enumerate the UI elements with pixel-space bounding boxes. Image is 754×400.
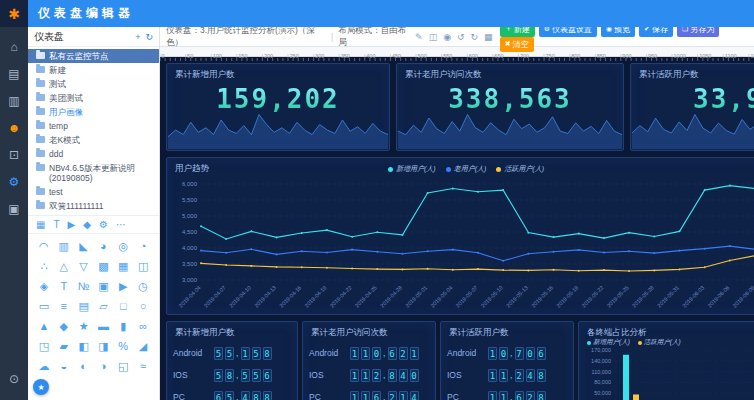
dashboard-canvas[interactable]: 累计新增用户数 159,202 累计老用户访问次数 338,563 累计活跃用户…: [160, 57, 754, 400]
map-icon[interactable]: ◈: [34, 280, 54, 293]
button-icon[interactable]: ▮: [113, 320, 133, 333]
media-tab-icon[interactable]: ▶: [68, 219, 76, 230]
number-widget-icon[interactable]: №: [74, 280, 94, 293]
legend-item-active-users[interactable]: 活跃用户(人): [638, 338, 681, 347]
border-icon[interactable]: ◨: [94, 340, 114, 353]
ring-icon[interactable]: ◐: [74, 360, 94, 373]
datasource-icon[interactable]: ▥: [0, 87, 28, 114]
grid-icon[interactable]: ▦: [484, 32, 493, 42]
tree-item-8[interactable]: NBv4.6.5版本更新说明 (20190805): [28, 161, 159, 185]
tree-item-2[interactable]: 测试: [28, 77, 159, 91]
gauge-icon[interactable]: ◔: [133, 240, 153, 253]
wordcloud-icon[interactable]: ☁: [34, 360, 54, 373]
pie-chart-icon[interactable]: ◕: [94, 240, 114, 253]
pencil-icon[interactable]: ✎: [415, 32, 423, 42]
users-icon[interactable]: ☻: [0, 114, 28, 141]
clear-button[interactable]: ✖清空: [500, 37, 534, 52]
star-icon[interactable]: ★: [74, 320, 94, 333]
legend-item-old-users[interactable]: 老用户(人): [446, 164, 487, 174]
text-widget-icon[interactable]: T: [54, 280, 74, 293]
clock-widget-icon[interactable]: ◷: [133, 280, 153, 293]
list-icon[interactable]: ≡: [54, 300, 74, 313]
marquee-icon[interactable]: ▰: [54, 340, 74, 353]
radar-chart-icon[interactable]: △: [54, 260, 74, 273]
digit-comma: ,: [236, 348, 239, 358]
trend-chart-card[interactable]: 用户趋势 新增用户(人) 老用户(人) 活跃用户(人) 3,0003,5004,…: [166, 157, 754, 315]
tree-item-6[interactable]: 老K模式: [28, 133, 159, 147]
power-icon[interactable]: ⊙: [0, 365, 28, 392]
triangle-icon[interactable]: ▲: [34, 320, 54, 333]
label-icon[interactable]: ▬: [94, 320, 114, 333]
scatter-chart-icon[interactable]: ∴: [34, 260, 54, 273]
refresh-icon[interactable]: ↻: [145, 32, 153, 42]
legend-item-new-users[interactable]: 新增用户(人): [388, 164, 436, 174]
shapes-tab-icon[interactable]: ◆: [83, 219, 91, 230]
file-icon[interactable]: ▣: [0, 195, 28, 222]
sankey-icon[interactable]: ≈: [133, 360, 153, 373]
tree-item-7[interactable]: ddd: [28, 147, 159, 161]
folder-icon: [36, 52, 45, 59]
board-card-old-visits[interactable]: 累计老用户访问次数 Android110,621IOS112,840PC116,…: [302, 321, 436, 400]
message-fab[interactable]: ★: [33, 379, 49, 395]
tree-item-4[interactable]: 用户画像: [28, 105, 159, 119]
kpi-card-old-visits[interactable]: 累计老用户访问次数 338,563: [396, 63, 624, 151]
polar-icon[interactable]: ◑: [94, 360, 114, 373]
undo-icon[interactable]: ↺: [457, 32, 465, 42]
tree-item-10[interactable]: 双簧111111111: [28, 199, 159, 213]
liquid-icon[interactable]: ◒: [54, 360, 74, 373]
funnel-chart-icon[interactable]: ▽: [74, 260, 94, 273]
terminal-share-card[interactable]: 各终端占比分析 新增用户(人) 活跃用户(人) 170,000140,00011…: [578, 321, 754, 400]
donut-chart-icon[interactable]: ◎: [113, 240, 133, 253]
kpi-card-new-users[interactable]: 累计新增用户数 159,202: [166, 63, 390, 151]
video-widget-icon[interactable]: ▶: [113, 280, 133, 293]
redo-icon[interactable]: ↻: [471, 32, 479, 42]
heatmap-icon[interactable]: ▩: [94, 260, 114, 273]
legend-label: 活跃用户(人): [504, 164, 544, 174]
home-icon[interactable]: ⌂: [0, 33, 28, 60]
preview-eye-icon[interactable]: ◉: [443, 32, 451, 42]
tree-item-5[interactable]: temp: [28, 119, 159, 133]
percent-icon[interactable]: %: [113, 340, 133, 353]
table-icon[interactable]: ▦: [113, 260, 133, 273]
rectangle-icon[interactable]: □: [113, 300, 133, 313]
legend-item-new-users[interactable]: 新增用户(人): [587, 338, 630, 347]
board-card-new-users[interactable]: 累计新增用户数 Android55,158IOS58,556PC65,488: [166, 321, 298, 400]
charts-tab-icon[interactable]: ▦: [36, 219, 45, 230]
logo-flame-icon: ✱: [8, 6, 20, 22]
trend-icon[interactable]: ◢: [133, 340, 153, 353]
kpi-card-active-users[interactable]: 累计活跃用户数 33,963: [630, 63, 754, 151]
reports-icon[interactable]: ▤: [0, 60, 28, 87]
carousel-icon[interactable]: ▱: [94, 300, 114, 313]
controls-tab-icon[interactable]: ⚙: [99, 219, 108, 230]
digit-tile: 5: [252, 369, 261, 382]
more-tab-icon[interactable]: ⋯: [116, 219, 126, 230]
tabs-icon[interactable]: ▤: [74, 300, 94, 313]
svg-text:850: 850: [597, 53, 606, 59]
board-card-active-users[interactable]: 累计活跃用户数 Android10,706IOS11,248PC11,628: [440, 321, 574, 400]
area-chart-icon[interactable]: ◣: [74, 240, 94, 253]
decoration-icon[interactable]: ◧: [74, 340, 94, 353]
iframe-icon[interactable]: ◳: [34, 340, 54, 353]
text-tab-icon[interactable]: T: [53, 219, 59, 230]
add-dashboard-icon[interactable]: +: [135, 32, 140, 42]
circle-icon[interactable]: ○: [133, 300, 153, 313]
settings-icon[interactable]: ⚙: [0, 168, 28, 195]
progress-icon[interactable]: ▭: [34, 300, 54, 313]
ruler-icon[interactable]: ◫: [429, 32, 438, 42]
link-icon[interactable]: ∞: [133, 320, 153, 333]
line-chart-icon[interactable]: ◠: [34, 240, 54, 253]
diamond-icon[interactable]: ◆: [54, 320, 74, 333]
candlestick-icon[interactable]: ◫: [133, 260, 153, 273]
tree-item-0[interactable]: 私有云监控节点: [28, 49, 159, 63]
digit-tile: 2: [515, 369, 524, 382]
tree-item-1[interactable]: 新建: [28, 63, 159, 77]
treemap-icon[interactable]: ◱: [113, 360, 133, 373]
legend-item-active-users[interactable]: 活跃用户(人): [496, 164, 544, 174]
image-widget-icon[interactable]: ▣: [94, 280, 114, 293]
app-logo[interactable]: ✱: [0, 0, 28, 27]
bar-chart-icon[interactable]: ▥: [54, 240, 74, 253]
tree-item-9[interactable]: test: [28, 185, 159, 199]
tree-item-3[interactable]: 美团测试: [28, 91, 159, 105]
screen-icon[interactable]: ⊡: [0, 141, 28, 168]
svg-text:600: 600: [469, 53, 478, 59]
